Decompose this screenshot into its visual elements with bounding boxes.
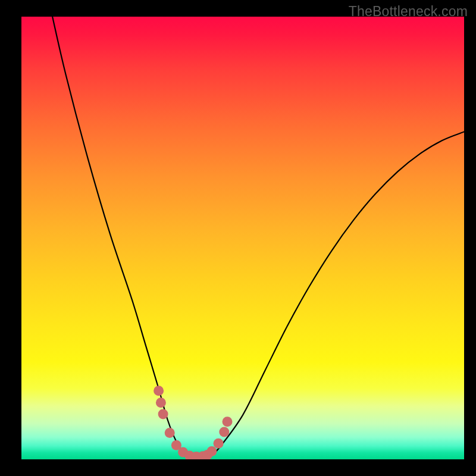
highlight-dot <box>158 409 168 419</box>
highlight-dot <box>198 451 208 459</box>
plot-area <box>21 17 464 459</box>
chart-frame: TheBottleneck.com <box>0 0 476 476</box>
curve-layer <box>21 17 464 459</box>
bottleneck-curve <box>52 17 464 459</box>
highlight-dot <box>165 428 175 438</box>
highlight-dot <box>202 450 212 459</box>
highlight-dot <box>191 452 201 459</box>
highlight-dot <box>214 439 224 449</box>
highlight-dot <box>171 440 181 450</box>
highlight-dot <box>154 386 164 396</box>
highlight-markers <box>154 386 232 459</box>
highlight-dot <box>219 427 229 437</box>
watermark-text: TheBottleneck.com <box>349 4 468 20</box>
highlight-dot <box>156 397 166 408</box>
highlight-dot <box>178 447 188 458</box>
highlight-dot <box>206 446 217 456</box>
highlight-dot <box>184 451 195 460</box>
highlight-dot <box>223 416 233 427</box>
